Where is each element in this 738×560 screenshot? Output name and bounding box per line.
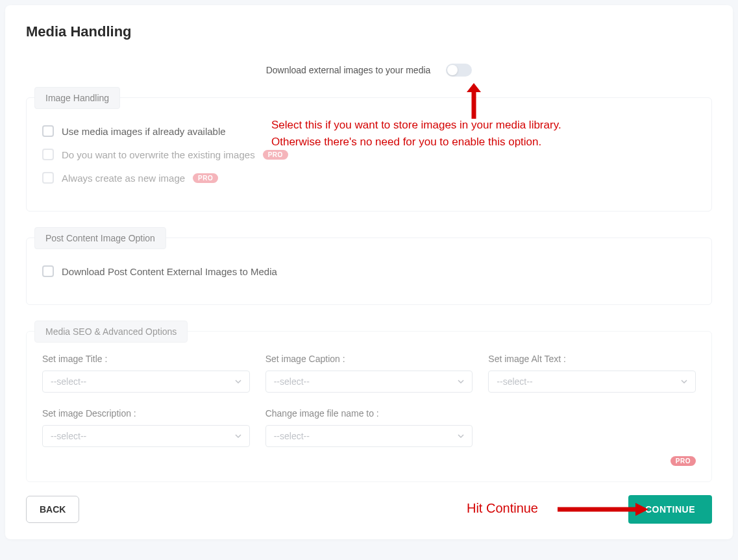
chevron-down-icon — [235, 378, 241, 385]
section-legend: Image Handling — [34, 87, 120, 109]
footer-row: BACK CONTINUE — [26, 495, 712, 524]
select-placeholder: --select-- — [51, 376, 86, 387]
set-alt-field: Set image Alt Text : --select-- — [488, 354, 696, 393]
set-caption-select[interactable]: --select-- — [265, 371, 473, 393]
settings-panel: Media Handling Download external images … — [5, 5, 733, 539]
page-title: Media Handling — [26, 23, 712, 40]
media-seo-section: Media SEO & Advanced Options Set image T… — [26, 331, 712, 482]
use-existing-label: Use media images if already available — [62, 126, 226, 137]
download-post-content-label: Download Post Content External Images to… — [62, 266, 277, 277]
set-title-label: Set image Title : — [42, 354, 250, 364]
set-caption-field: Set image Caption : --select-- — [265, 354, 473, 393]
seo-grid: Set image Title : --select-- Set image C… — [42, 354, 696, 447]
pro-badge: PRO — [263, 150, 288, 160]
pro-badge: PRO — [670, 456, 696, 466]
set-alt-label: Set image Alt Text : — [488, 354, 696, 364]
download-toggle-row: Download external images to your media — [26, 64, 712, 77]
select-placeholder: --select-- — [51, 431, 86, 441]
chevron-down-icon — [681, 378, 687, 385]
download-post-content-checkbox[interactable] — [42, 265, 54, 277]
select-placeholder: --select-- — [274, 431, 310, 441]
toggle-knob — [447, 65, 458, 75]
post-content-section: Post Content Image Option Download Post … — [26, 237, 712, 305]
create-new-row: Always create as new image PRO — [42, 172, 696, 184]
chevron-down-icon — [458, 378, 464, 385]
set-filename-label: Change image file name to : — [265, 408, 473, 419]
use-existing-checkbox[interactable] — [42, 125, 54, 137]
pro-right-row: PRO — [42, 456, 696, 466]
image-handling-section: Image Handling Use media images if alrea… — [26, 97, 712, 212]
overwrite-label: Do you want to overwrite the existing im… — [62, 149, 255, 160]
download-label: Download external images to your media — [266, 65, 431, 75]
set-caption-label: Set image Caption : — [265, 354, 473, 364]
set-filename-field: Change image file name to : --select-- — [265, 408, 473, 447]
chevron-down-icon — [458, 433, 464, 439]
set-desc-label: Set image Description : — [42, 408, 250, 419]
download-toggle[interactable] — [446, 64, 472, 77]
overwrite-checkbox[interactable] — [42, 149, 54, 160]
chevron-down-icon — [235, 433, 241, 439]
back-button[interactable]: BACK — [26, 496, 79, 523]
svg-marker-1 — [467, 83, 481, 92]
section-legend: Media SEO & Advanced Options — [34, 321, 188, 343]
set-desc-field: Set image Description : --select-- — [42, 408, 250, 447]
select-placeholder: --select-- — [497, 376, 532, 387]
use-existing-row: Use media images if already available — [42, 125, 696, 137]
set-alt-select[interactable]: --select-- — [488, 371, 696, 393]
create-new-label: Always create as new image — [62, 173, 185, 184]
set-title-select[interactable]: --select-- — [42, 371, 250, 393]
set-title-field: Set image Title : --select-- — [42, 354, 250, 393]
select-placeholder: --select-- — [274, 376, 310, 387]
overwrite-row: Do you want to overwrite the existing im… — [42, 149, 696, 160]
create-new-checkbox[interactable] — [42, 172, 54, 184]
download-post-content-row: Download Post Content External Images to… — [42, 265, 696, 277]
pro-badge: PRO — [193, 173, 218, 183]
section-legend: Post Content Image Option — [34, 227, 166, 249]
continue-button[interactable]: CONTINUE — [628, 495, 712, 524]
set-filename-select[interactable]: --select-- — [265, 425, 473, 447]
set-desc-select[interactable]: --select-- — [42, 425, 250, 447]
